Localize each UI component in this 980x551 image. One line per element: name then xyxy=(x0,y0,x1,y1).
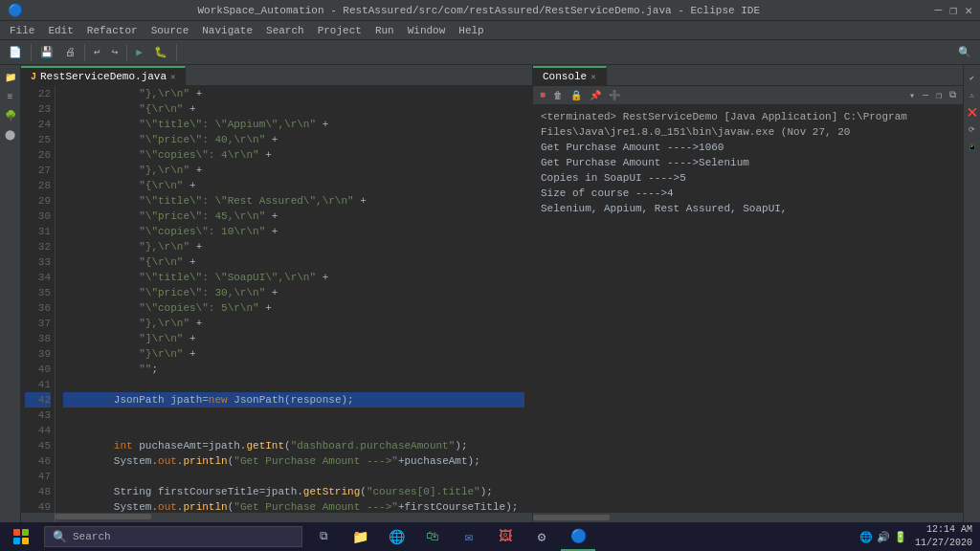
volume-icon[interactable]: 🔊 xyxy=(877,531,890,543)
taskbar-date-value: 11/27/2020 xyxy=(915,537,972,550)
editor-tabs: J RestServiceDemo.java ✕ xyxy=(21,65,532,86)
toolbar-separator-1 xyxy=(31,44,32,61)
search-placeholder: Search xyxy=(73,531,111,542)
console-scroll-lock-button[interactable]: 🔒 xyxy=(568,89,585,102)
title-bar: 🔵 WorkSpace_Automation - RestAssured/src… xyxy=(0,0,980,21)
system-tray-icons: 🌐 🔊 🔋 xyxy=(859,531,907,543)
taskbar: 🔍 Search ⧉ 📁 🌐 🛍 ✉ 🖼 ⚙ 🔵 🌐 🔊 🔋 12:14 AM … xyxy=(0,522,980,551)
search-icon[interactable]: 🔍 xyxy=(953,44,976,60)
menu-help[interactable]: Help xyxy=(453,24,489,37)
right-side-panel: ✔ ⚠ ❌ ⟳ 📱 xyxy=(963,65,980,522)
taskbar-time-value: 12:14 AM xyxy=(915,523,972,537)
network-icon[interactable]: 🌐 xyxy=(859,531,873,543)
toolbar: 📄 💾 🖨 ↩ ↪ ▶ 🐛 🔍 xyxy=(0,40,980,65)
console-tab-label: Console xyxy=(543,71,587,82)
menu-project[interactable]: Project xyxy=(312,24,368,37)
hierarchy-icon[interactable]: 🌳 xyxy=(2,107,19,124)
console-pin-button[interactable]: 📌 xyxy=(587,89,604,102)
windows-logo xyxy=(13,529,29,544)
redo-button[interactable]: ↪ xyxy=(107,44,123,60)
console-toolbar: ■ 🗑 🔒 📌 ➕ ▾ — ❐ ⧉ xyxy=(533,86,963,105)
menu-window[interactable]: Window xyxy=(402,24,452,37)
window-title: WorkSpace_Automation - RestAssured/src/c… xyxy=(23,5,935,16)
console-panel: Console ✕ ■ 🗑 🔒 📌 ➕ ▾ — ❐ ⧉ <terminated>… xyxy=(532,65,963,522)
taskbar-icons: ⧉ 📁 🌐 🛍 ✉ 🖼 ⚙ 🔵 xyxy=(306,522,595,551)
console-line-1: Get Purchase Amount ---->1060 xyxy=(541,140,955,155)
close-button[interactable]: ✕ xyxy=(965,3,972,18)
run-button[interactable]: ▶ xyxy=(131,44,147,60)
menu-file[interactable]: File xyxy=(4,24,40,37)
outline-icon[interactable]: ≡ xyxy=(2,88,19,105)
menu-refactor[interactable]: Refactor xyxy=(81,24,144,37)
markers-icon[interactable]: ⚠ xyxy=(964,86,981,103)
menu-edit[interactable]: Edit xyxy=(42,24,78,37)
java-file-icon: J xyxy=(31,72,36,82)
console-view-menu-button[interactable]: ▾ xyxy=(906,89,918,102)
console-clear-button[interactable]: 🗑 xyxy=(550,89,566,102)
editor-tab-label: RestServiceDemo.java xyxy=(40,71,167,82)
console-line-2: Get Purchase Amount ---->Selenium xyxy=(541,155,955,170)
taskbar-right: 🌐 🔊 🔋 12:14 AM 11/27/2020 xyxy=(859,523,980,550)
menu-search[interactable]: Search xyxy=(260,24,310,37)
breakpoints-icon[interactable]: ⬤ xyxy=(2,126,19,143)
print-button[interactable]: 🖨 xyxy=(60,44,80,60)
console-close-button[interactable]: ✕ xyxy=(590,72,595,82)
settings-icon[interactable]: ⚙ xyxy=(524,522,559,551)
menu-bar: File Edit Refactor Source Navigate Searc… xyxy=(0,21,980,40)
edge-browser-icon[interactable]: 🌐 xyxy=(379,522,413,551)
menu-navigate[interactable]: Navigate xyxy=(196,24,258,37)
toolbar-separator-2 xyxy=(84,44,85,61)
eclipse-icon: 🔵 xyxy=(8,3,23,18)
editor-area: J RestServiceDemo.java ✕ 2223242526 2728… xyxy=(21,65,532,522)
save-button[interactable]: 💾 xyxy=(35,44,58,60)
menu-run[interactable]: Run xyxy=(369,24,400,37)
menu-source[interactable]: Source xyxy=(145,24,195,37)
maximize-button[interactable]: ❐ xyxy=(949,3,957,18)
code-content[interactable]: "},\r\n" + "{\r\n" + "\"title\": \"Appiu… xyxy=(56,86,532,513)
console-minimize-button[interactable]: — xyxy=(920,89,931,101)
package-explorer-icon[interactable]: 📁 xyxy=(2,69,19,86)
line-numbers: 2223242526 2728293031 3233343536 3738394… xyxy=(21,86,56,513)
console-hscroll[interactable] xyxy=(533,513,963,522)
problems-icon[interactable]: ❌ xyxy=(964,103,981,121)
toolbar-separator-4 xyxy=(176,44,177,61)
start-button[interactable] xyxy=(0,522,42,551)
console-tabs: Console ✕ xyxy=(533,65,963,86)
editor-tab-restservicedemo[interactable]: J RestServiceDemo.java ✕ xyxy=(21,66,186,85)
file-explorer-icon[interactable]: 📁 xyxy=(343,522,377,551)
main-area: 📁 ≡ 🌳 ⬤ J RestServiceDemo.java ✕ 2223242… xyxy=(0,65,980,522)
undo-button[interactable]: ↩ xyxy=(89,44,105,60)
search-icon: 🔍 xyxy=(53,530,67,544)
console-toolbar-right: ▾ — ❐ ⧉ xyxy=(906,89,959,102)
mail-icon[interactable]: ✉ xyxy=(452,522,486,551)
progress-icon[interactable]: ⟳ xyxy=(964,121,981,138)
code-area[interactable]: 2223242526 2728293031 3233343536 3738394… xyxy=(21,86,532,513)
console-maximize-button[interactable]: ❐ xyxy=(933,89,945,102)
tab-close-button[interactable]: ✕ xyxy=(170,72,175,82)
tasks-icon[interactable]: ✔ xyxy=(964,69,981,86)
console-toolbar-left: ■ 🗑 🔒 📌 ➕ xyxy=(537,89,623,102)
console-header: <terminated> RestServiceDemo [Java Appli… xyxy=(541,109,955,140)
taskbar-search-box[interactable]: 🔍 Search xyxy=(44,526,302,547)
console-line-4: Size of course ---->4 xyxy=(541,186,955,201)
window-controls: — ❐ ✕ xyxy=(935,3,972,18)
toolbar-separator-3 xyxy=(126,44,127,61)
photos-icon[interactable]: 🖼 xyxy=(488,522,523,551)
debug-button[interactable]: 🐛 xyxy=(149,44,172,60)
console-stop-button[interactable]: ■ xyxy=(537,89,548,101)
minimize-button[interactable]: — xyxy=(935,3,943,18)
console-tab[interactable]: Console ✕ xyxy=(533,66,607,85)
taskbar-clock[interactable]: 12:14 AM 11/27/2020 xyxy=(915,523,972,550)
device-icon[interactable]: 📱 xyxy=(964,138,981,155)
task-view-button[interactable]: ⧉ xyxy=(306,522,341,551)
left-panel: 📁 ≡ 🌳 ⬤ xyxy=(0,65,21,522)
editor-hscroll[interactable] xyxy=(21,513,532,522)
eclipse-taskbar-icon[interactable]: 🔵 xyxy=(561,522,595,551)
console-new-button[interactable]: ➕ xyxy=(606,89,623,102)
console-restore-button[interactable]: ⧉ xyxy=(947,89,959,101)
console-content[interactable]: <terminated> RestServiceDemo [Java Appli… xyxy=(533,105,963,513)
new-button[interactable]: 📄 xyxy=(4,44,27,60)
console-line-3: Copies in SoapUI ---->5 xyxy=(541,170,955,186)
battery-icon[interactable]: 🔋 xyxy=(894,531,907,543)
store-icon[interactable]: 🛍 xyxy=(415,522,450,551)
